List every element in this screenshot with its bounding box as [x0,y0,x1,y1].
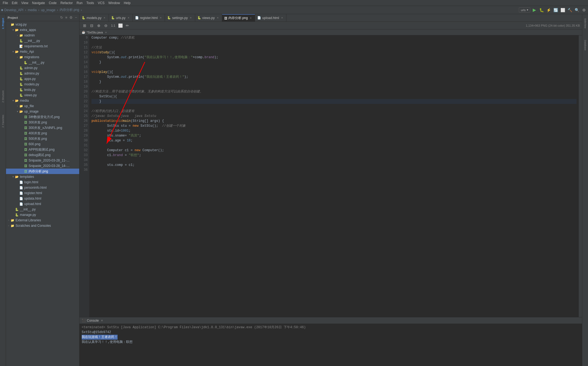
code-line-12: void study(){ [91,50,577,55]
coverage-button[interactable]: ⚡ [546,7,552,13]
tree-label: media [20,99,29,103]
tree-item-up-file[interactable]: ›📁up_file [6,103,79,109]
tree-item-adminx-py[interactable]: 🐍adminx.py [6,71,79,76]
tab-models-py[interactable]: 🐍 models.py × [79,14,109,22]
tree-item-templates[interactable]: ▾📂templates [6,174,79,179]
code-file-close[interactable]: × [105,31,107,34]
tree-item-personinfo-html[interactable]: 📄personinfo.html [6,185,79,190]
tree-item-requirements-txt[interactable]: 📝requirements.txt [6,44,79,49]
tree-item-external-libraries[interactable]: ›📁External Libraries [6,218,79,223]
profile-button[interactable]: 🔃 [553,7,559,13]
fit-page-btn[interactable]: ⊞ [82,23,88,29]
tree-item-models-py[interactable]: 🐍models.py [6,82,79,87]
code-content-area[interactable]: Computer comp; //计算机 //方法 void study(){ … [89,35,579,317]
tree-item-apps-py[interactable]: 🐍apps.py [6,76,79,82]
settings-button[interactable]: ⚙ [581,7,587,13]
tree-item-media[interactable]: ▾📂media [6,98,79,103]
tree-item-manage-py[interactable]: 🐍manage.py [6,212,79,218]
tree-item-debug---png[interactable]: 🖼debug调试.png [6,152,79,158]
stop-button[interactable]: ⬜ [560,7,566,13]
tree-item-upload-html[interactable]: 📄upload.html [6,201,79,207]
tab-close-views[interactable]: × [216,16,220,20]
debug-button[interactable]: 🐛 [538,7,544,13]
tree-item-xadmin[interactable]: ›📁xadmin [6,33,79,38]
search-button[interactable]: 🔍 [574,7,580,13]
tree-item-app-----png[interactable]: 🖼APP性能测试.png [6,147,79,152]
code-line-31 [91,143,577,148]
tree-item-snipaste-2020-03-28-14--[interactable]: 🖼Snipaste_2020-03-28_14-… [6,163,79,169]
code-scrollbar[interactable] [579,35,582,317]
menu-window[interactable]: Window [107,1,122,5]
collapse-button[interactable]: ≡ [65,15,68,20]
tree-item---init---py[interactable]: 🐍__init__.py [6,38,79,44]
console-title: Console [87,319,99,322]
tree-item-extra-apps[interactable]: ▾📂extra_apps [6,27,79,33]
tree-arrow: ▾ [11,29,15,31]
menu-run[interactable]: Run [75,1,84,5]
tree-item-3--------png[interactable]: 🖼3种数据变化方式.png [6,114,79,120]
tree-item-updata-html[interactable]: 📄updata.html [6,196,79,201]
tree-item---init---py[interactable]: 🐍__init__.py [6,207,79,212]
sidebar-icon-structure[interactable]: Z Structure [0,87,6,106]
tab-memory-png[interactable]: 🖼 内存分析.png × [222,14,255,22]
tab-register-html[interactable]: 📄 register.html × [133,14,165,22]
tree-item-300---png[interactable]: 🖼300并发.png [6,120,79,125]
tree-icon: 🖼 [23,147,28,152]
tree-item-400---png[interactable]: 🖼400并发.png [6,131,79,136]
tab-close-settings[interactable]: × [189,16,193,20]
tab-views-py[interactable]: 🐍 views.py × [195,14,222,22]
tree-item-login-html[interactable]: 📄login.html [6,179,79,185]
tree-icon: 📁 [19,33,23,38]
tab-upload-html[interactable]: 📄 upload.html × [255,14,286,22]
tab-close-urls[interactable]: × [127,16,130,20]
menu-refactor[interactable]: Refactor [59,1,74,5]
tab-close-upload[interactable]: × [280,16,284,20]
sidebar-icon-favorites[interactable]: 2: Favorites [0,111,6,131]
menu-edit[interactable]: Edit [10,1,19,5]
tree-item-scratches-and-consoles[interactable]: ›📁Scratches and Consoles [6,223,79,228]
minimize-button[interactable]: − [74,15,78,20]
tab-close-memory[interactable]: × [249,16,253,20]
menu-code[interactable]: Code [47,1,58,5]
tab-close-models[interactable]: × [103,16,106,20]
tree-item-300---xjvdnfl-png[interactable]: 🖼300并发_xJVdNFL.png [6,125,79,131]
tree-label: 300并发.png [29,120,47,125]
tree-item-600-png[interactable]: 🖼600.png [6,141,79,147]
menu-view[interactable]: View [20,1,30,5]
tree-item-views-py[interactable]: 🐍views.py [6,92,79,98]
tree-item-tests-py[interactable]: 🐍tests.py [6,87,79,92]
tree-item-admin-py[interactable]: 🐍admin.py [6,65,79,71]
settings-gear[interactable]: ⚙ [69,15,73,20]
actual-size-btn[interactable]: ⬜ [117,23,123,29]
menu-tools[interactable]: Tools [85,1,96,5]
tree-item-hello-api[interactable]: ▾📂Hello_Api [6,49,79,54]
menu-vcs[interactable]: VCS [96,1,106,5]
edit-btn[interactable]: ✏ [124,23,130,29]
sidebar-icon-project[interactable]: 1: Project [0,15,6,32]
tab-settings-py[interactable]: 🐍 settings.py × [165,14,195,22]
right-icon-database[interactable]: Database [583,37,588,53]
tree-item-snipaste-2020-03-28-11--[interactable]: 🖼Snipaste_2020-03-28_11-… [6,158,79,163]
right-icon-sideview[interactable]: SideView [583,15,588,32]
tree-item-up-image[interactable]: ▾📂up_image [6,109,79,114]
menu-file[interactable]: File [1,1,10,5]
run-button[interactable]: ▶ [531,7,537,13]
tree-item------png[interactable]: 🖼内存分析.png [6,169,79,174]
menu-help[interactable]: Help [122,1,132,5]
urls-dropdown[interactable]: urls ▾ [519,7,530,13]
sync-button[interactable]: ↻ [60,15,64,20]
grid-btn[interactable]: ⊟ [89,23,95,29]
zoom-in-btn[interactable]: ⊕ [96,23,102,29]
menu-bar: File Edit View Navigate Code Refactor Ru… [0,0,588,6]
tree-item-register-html[interactable]: 📄register.html [6,190,79,196]
tab-urls-py[interactable]: 🐍 urls.py × [109,14,133,22]
tree-item-migrations[interactable]: ›📁migrations [6,54,79,60]
menu-navigate[interactable]: Navigate [30,1,47,5]
tree-item---init---py[interactable]: 🐍__init__.py [6,60,79,65]
tab-close-register[interactable]: × [159,16,163,20]
tree-item-500---png[interactable]: 🖼500并发.png [6,136,79,141]
breadcrumb-project[interactable]: ■ [1,8,3,12]
tree-item-vcsg-py[interactable]: 📁vcsg.py [6,22,79,27]
zoom-out-btn[interactable]: ⊖ [103,23,109,29]
build-button[interactable]: 🔨 [567,7,573,13]
